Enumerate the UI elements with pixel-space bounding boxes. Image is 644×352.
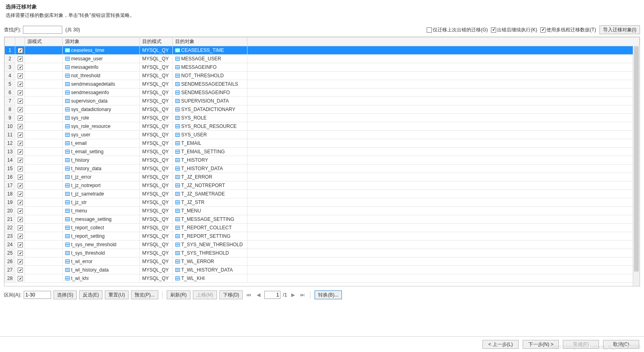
table-row[interactable]: 6sendmessageinfoMYSQL_QYSENDMESSAGEINFO (5, 89, 640, 97)
cell-dst-obj[interactable]: T_HISTORY_DATA (173, 165, 247, 173)
table-row[interactable]: 8sys_datadictionaryMYSQL_QYSYS_DATADICTI… (5, 105, 640, 114)
header-rownum[interactable] (5, 37, 15, 46)
cell-src-schema[interactable] (25, 80, 63, 89)
row-checkbox[interactable] (15, 63, 25, 72)
cell-src-obj[interactable]: t_sys_threshold (63, 249, 140, 257)
cell-src-obj[interactable]: t_history (63, 156, 140, 165)
cell-src-schema[interactable] (25, 181, 63, 190)
row-checkbox[interactable] (15, 139, 25, 148)
migration-grid[interactable]: 源模式 源对象 目的模式 目的对象 1ceaseless_timeMYSQL_Q… (4, 37, 640, 283)
cell-src-schema[interactable] (25, 249, 63, 257)
header-checkbox[interactable] (15, 37, 25, 46)
row-checkbox[interactable] (15, 224, 25, 232)
header-src-obj[interactable]: 源对象 (63, 37, 140, 46)
cell-src-schema[interactable] (25, 207, 63, 215)
page-last-icon[interactable]: ⏭ (299, 291, 306, 298)
cell-dst-schema[interactable]: MYSQL_QY (140, 207, 173, 215)
finish-button[interactable]: 完成(F) (563, 340, 599, 349)
cell-dst-obj[interactable]: SENDMESSAGEINFO (173, 89, 247, 97)
cell-dst-schema[interactable]: MYSQL_QY (140, 72, 173, 80)
row-checkbox[interactable] (15, 232, 25, 241)
table-row[interactable]: 9sys_roleMYSQL_QYSYS_ROLE (5, 114, 640, 122)
table-row[interactable]: 16t_jz_errorMYSQL_QYT_JZ_ERROR (5, 173, 640, 181)
cell-dst-obj[interactable]: T_JZ_SAMETRADE (173, 190, 247, 198)
table-row[interactable]: 13t_email_settingMYSQL_QYT_EMAIL_SETTING (5, 148, 640, 156)
row-checkbox[interactable] (15, 190, 25, 198)
cell-dst-schema[interactable]: MYSQL_QY (140, 266, 173, 274)
cell-src-obj[interactable]: supervision_data (63, 97, 140, 105)
row-checkbox[interactable] (15, 72, 25, 80)
cell-src-obj[interactable]: t_history_data (63, 165, 140, 173)
cell-src-obj[interactable]: t_jz_notreport (63, 181, 140, 190)
cell-src-schema[interactable] (25, 72, 63, 80)
cell-dst-schema[interactable]: MYSQL_QY (140, 249, 173, 257)
row-checkbox[interactable] (15, 114, 25, 122)
cell-src-schema[interactable] (25, 63, 63, 72)
cell-src-obj[interactable]: t_wl_history_data (63, 266, 140, 274)
cell-dst-obj[interactable]: T_JZ_NOTREPORT (173, 181, 247, 190)
cell-dst-schema[interactable]: MYSQL_QY (140, 122, 173, 131)
cell-src-schema[interactable] (25, 55, 63, 63)
row-checkbox[interactable] (15, 80, 25, 89)
table-row[interactable]: 4not_thresholdMYSQL_QYNOT_THRESHOLD (5, 72, 640, 80)
checkbox-only-failed[interactable]: 仅迁移上次出错的迁移(G) (427, 27, 488, 33)
cell-dst-schema[interactable]: MYSQL_QY (140, 80, 173, 89)
cell-src-schema[interactable] (25, 97, 63, 105)
row-checkbox[interactable] (15, 198, 25, 207)
cell-dst-schema[interactable]: MYSQL_QY (140, 114, 173, 122)
cell-dst-obj[interactable]: SYS_ROLE_RESOURCE (173, 122, 247, 131)
cell-dst-schema[interactable]: MYSQL_QY (140, 241, 173, 249)
cell-src-obj[interactable]: t_jz_error (63, 173, 140, 181)
cell-dst-obj[interactable]: T_EMAIL (173, 139, 247, 148)
cell-src-obj[interactable]: t_message_setting (63, 215, 140, 224)
table-row[interactable]: 1ceaseless_timeMYSQL_QYCEASELESS_TIME (5, 46, 640, 55)
cell-dst-schema[interactable]: MYSQL_QY (140, 105, 173, 114)
cell-src-schema[interactable] (25, 114, 63, 122)
prev-button[interactable]: < 上一步(L) (482, 340, 519, 349)
table-row[interactable]: 17t_jz_notreportMYSQL_QYT_JZ_NOTREPORT (5, 181, 640, 190)
cell-dst-obj[interactable]: CEASELESS_TIME (173, 46, 247, 55)
table-row[interactable]: 21t_message_settingMYSQL_QYT_MESSAGE_SET… (5, 215, 640, 224)
cell-src-obj[interactable]: sys_user (63, 131, 140, 139)
import-button[interactable]: 导入迁移对象(I) (599, 25, 640, 34)
cell-dst-schema[interactable]: MYSQL_QY (140, 215, 173, 224)
page-prev-icon[interactable]: ◀ (255, 291, 262, 298)
table-row[interactable]: 25t_sys_thresholdMYSQL_QYT_SYS_THRESHOLD (5, 249, 640, 257)
cell-dst-obj[interactable]: T_WL_ERROR (173, 257, 247, 266)
row-checkbox[interactable] (15, 89, 25, 97)
cell-dst-obj[interactable]: NOT_THRESHOLD (173, 72, 247, 80)
cell-dst-schema[interactable]: MYSQL_QY (140, 131, 173, 139)
cell-dst-schema[interactable]: MYSQL_QY (140, 97, 173, 105)
cell-src-schema[interactable] (25, 274, 63, 283)
cell-dst-schema[interactable]: MYSQL_QY (140, 139, 173, 148)
cell-dst-schema[interactable]: MYSQL_QY (140, 46, 173, 55)
table-row[interactable]: 11sys_userMYSQL_QYSYS_USER (5, 131, 640, 139)
cell-dst-obj[interactable]: T_REPORT_COLLECT (173, 224, 247, 232)
table-row[interactable]: 19t_jz_strMYSQL_QYT_JZ_STR (5, 198, 640, 207)
cell-dst-schema[interactable]: MYSQL_QY (140, 55, 173, 63)
table-row[interactable]: 5sendmessagedetailsMYSQL_QYSENDMESSAGEDE… (5, 80, 640, 89)
cell-dst-obj[interactable]: T_JZ_ERROR (173, 173, 247, 181)
moveup-button[interactable]: 上移(M) (193, 290, 217, 299)
row-checkbox[interactable] (15, 207, 25, 215)
cell-src-schema[interactable] (25, 148, 63, 156)
cell-src-obj[interactable]: t_menu (63, 207, 140, 215)
cell-dst-obj[interactable]: T_EMAIL_SETTING (173, 148, 247, 156)
row-checkbox[interactable] (15, 274, 25, 283)
cell-src-schema[interactable] (25, 257, 63, 266)
page-next-icon[interactable]: ▶ (289, 291, 296, 298)
cell-src-schema[interactable] (25, 165, 63, 173)
preview-button[interactable]: 预览(P)... (131, 290, 158, 299)
cell-dst-schema[interactable]: MYSQL_QY (140, 224, 173, 232)
cell-src-schema[interactable] (25, 224, 63, 232)
scroll-thumb[interactable] (634, 46, 639, 272)
cell-src-schema[interactable] (25, 131, 63, 139)
cell-src-obj[interactable]: t_sys_new_threshold (63, 241, 140, 249)
cell-dst-schema[interactable]: MYSQL_QY (140, 148, 173, 156)
row-checkbox[interactable] (15, 241, 25, 249)
row-checkbox[interactable] (15, 257, 25, 266)
cell-src-schema[interactable] (25, 46, 63, 55)
checkbox-continue-on-error[interactable]: 出错后继续执行(K) (491, 27, 537, 33)
table-row[interactable]: 27t_wl_history_dataMYSQL_QYT_WL_HISTORY_… (5, 266, 640, 274)
cell-dst-obj[interactable]: MESSAGE_USER (173, 55, 247, 63)
